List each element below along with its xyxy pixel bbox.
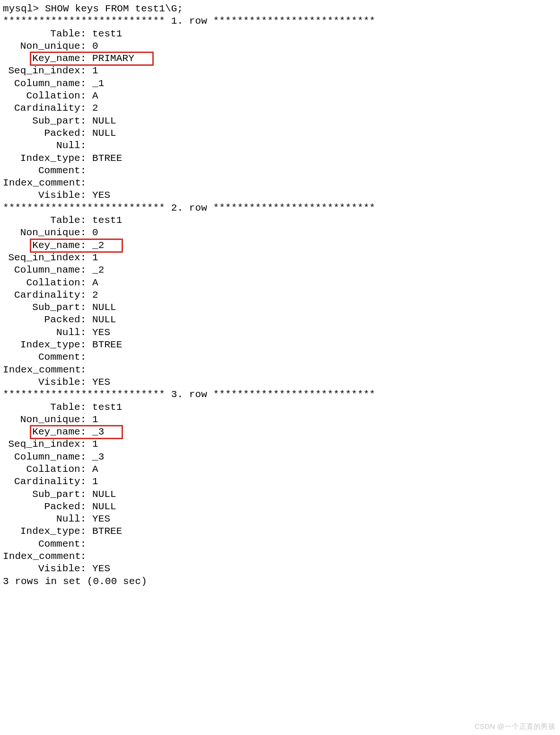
field-line-null: Null: YES	[3, 327, 557, 339]
colon-sep: :	[80, 301, 92, 314]
field-label: Table	[3, 214, 80, 227]
colon-sep: :	[80, 214, 92, 227]
field-label: Packed	[3, 501, 80, 513]
field-line-collation: Collation: A	[3, 463, 557, 476]
field-label: Collation	[3, 463, 80, 476]
colon-sep: :	[80, 53, 92, 65]
field-value: BTREE	[92, 152, 122, 165]
colon-sep: :	[80, 476, 92, 488]
colon-sep: :	[80, 401, 92, 414]
field-line-sub_part: Sub_part: NULL	[3, 301, 557, 314]
field-label: Visible	[3, 376, 80, 389]
colon-sep: :	[80, 115, 92, 127]
field-label: Seq_in_index	[3, 438, 80, 451]
colon-sep: :	[80, 277, 92, 289]
field-value: 1	[92, 252, 98, 264]
field-label: Column_name	[3, 78, 80, 90]
field-label: Sub_part	[3, 301, 80, 314]
sep-stars-left: ***************************	[3, 389, 165, 400]
field-label: Cardinality	[3, 289, 80, 301]
field-label: Sub_part	[3, 115, 80, 127]
field-line-collation: Collation: A	[3, 277, 557, 289]
field-line-packed: Packed: NULL	[3, 314, 557, 326]
field-value: 1	[92, 65, 98, 77]
field-line-cardinality: Cardinality: 2	[3, 289, 557, 301]
field-value: YES	[92, 563, 110, 575]
field-value: _2	[92, 239, 104, 252]
prompt-line: mysql> SHOW keys FROM test1\G;	[3, 3, 557, 15]
field-label: Collation	[3, 277, 80, 289]
colon-sep: :	[80, 264, 92, 276]
field-label: Non_unique	[3, 227, 80, 239]
field-label: Table	[3, 401, 80, 414]
field-label: Null	[3, 513, 80, 525]
field-line-column_name: Column_name: _2	[3, 264, 557, 276]
field-label: Visible	[3, 189, 80, 202]
field-value: BTREE	[92, 525, 122, 538]
field-value: A	[92, 277, 98, 289]
field-value: 1	[92, 414, 98, 426]
field-label: Seq_in_index	[3, 65, 80, 77]
field-label: Comment	[3, 351, 80, 363]
colon-sep: :	[80, 252, 92, 264]
field-label: Index_comment	[3, 177, 80, 189]
field-line-table: Table: test1	[3, 214, 557, 227]
field-line-null: Null:	[3, 140, 557, 152]
field-line-non_unique: Non_unique: 0	[3, 40, 557, 53]
field-label: Index_comment	[3, 550, 80, 563]
colon-sep: :	[80, 227, 92, 239]
field-value: 1	[92, 438, 98, 451]
field-line-comment: Comment:	[3, 165, 557, 177]
field-value: 2	[92, 289, 98, 301]
row-word: . row	[177, 203, 207, 213]
field-line-cardinality: Cardinality: 1	[3, 476, 557, 488]
field-line-key_name: Key_name: PRIMARY	[3, 53, 557, 65]
field-line-non_unique: Non_unique: 0	[3, 227, 557, 239]
field-label: Table	[3, 28, 80, 40]
field-value: YES	[92, 513, 110, 525]
field-line-seq_in_index: Seq_in_index: 1	[3, 438, 557, 451]
field-value: YES	[92, 376, 110, 389]
sep-stars-right: ***************************	[207, 16, 376, 27]
field-value: PRIMARY	[92, 53, 134, 65]
field-line-seq_in_index: Seq_in_index: 1	[3, 65, 557, 77]
field-value: test1	[92, 28, 122, 40]
field-value: _1	[92, 78, 104, 90]
field-line-table: Table: test1	[3, 401, 557, 414]
field-label: Null	[3, 327, 80, 339]
colon-sep: :	[80, 327, 92, 339]
colon-sep: :	[80, 177, 92, 189]
field-line-index_type: Index_type: BTREE	[3, 152, 557, 165]
field-line-table: Table: test1	[3, 28, 557, 40]
field-label: Comment	[3, 538, 80, 550]
colon-sep: :	[80, 451, 92, 463]
field-line-key_name: Key_name: _2	[3, 239, 557, 252]
field-line-comment: Comment:	[3, 351, 557, 363]
field-line-packed: Packed: NULL	[3, 501, 557, 513]
field-label: Index_type	[3, 525, 80, 538]
field-label: Null	[3, 140, 80, 152]
field-line-column_name: Column_name: _3	[3, 451, 557, 463]
colon-sep: :	[80, 488, 92, 501]
colon-sep: :	[80, 538, 92, 550]
field-label: Column_name	[3, 264, 80, 276]
field-label: Cardinality	[3, 476, 80, 488]
field-line-visible: Visible: YES	[3, 376, 557, 389]
colon-sep: :	[80, 463, 92, 476]
field-label: Sub_part	[3, 488, 80, 501]
result-summary: 3 rows in set (0.00 sec)	[3, 576, 557, 588]
field-label: Collation	[3, 90, 80, 102]
field-line-sub_part: Sub_part: NULL	[3, 488, 557, 501]
colon-sep: :	[80, 513, 92, 525]
field-label: Cardinality	[3, 102, 80, 115]
field-line-non_unique: Non_unique: 1	[3, 414, 557, 426]
field-label: Comment	[3, 165, 80, 177]
field-value: 0	[92, 40, 98, 53]
row-separator: *************************** 2. row *****…	[3, 202, 557, 214]
field-label: Seq_in_index	[3, 252, 80, 264]
field-value: test1	[92, 401, 122, 414]
sep-stars-right: ***************************	[207, 389, 376, 400]
colon-sep: :	[80, 364, 92, 376]
colon-sep: :	[80, 563, 92, 575]
colon-sep: :	[80, 140, 92, 152]
